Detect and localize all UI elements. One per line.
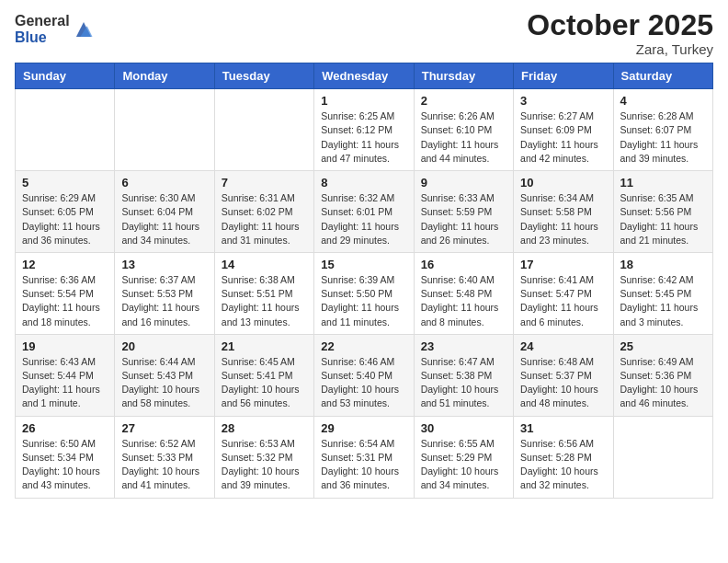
calendar-cell: 23Sunrise: 6:47 AM Sunset: 5:38 PM Dayli… bbox=[414, 334, 513, 416]
calendar-cell: 25Sunrise: 6:49 AM Sunset: 5:36 PM Dayli… bbox=[613, 334, 712, 416]
day-info: Sunrise: 6:27 AM Sunset: 6:09 PM Dayligh… bbox=[520, 109, 606, 166]
day-info: Sunrise: 6:29 AM Sunset: 6:05 PM Dayligh… bbox=[22, 191, 108, 247]
day-number: 16 bbox=[421, 258, 506, 271]
day-info: Sunrise: 6:53 AM Sunset: 5:32 PM Dayligh… bbox=[222, 437, 307, 493]
day-info: Sunrise: 6:47 AM Sunset: 5:38 PM Dayligh… bbox=[421, 355, 506, 411]
day-info: Sunrise: 6:43 AM Sunset: 5:44 PM Dayligh… bbox=[22, 355, 108, 411]
calendar-cell bbox=[613, 416, 712, 498]
calendar-cell: 26Sunrise: 6:50 AM Sunset: 5:34 PM Dayli… bbox=[16, 416, 115, 498]
calendar-cell: 5Sunrise: 6:29 AM Sunset: 6:05 PM Daylig… bbox=[16, 171, 115, 253]
location: Zara, Turkey bbox=[527, 41, 713, 57]
calendar-cell: 8Sunrise: 6:32 AM Sunset: 6:01 PM Daylig… bbox=[314, 171, 414, 253]
day-header-tuesday: Tuesday bbox=[214, 63, 313, 89]
day-info: Sunrise: 6:30 AM Sunset: 6:04 PM Dayligh… bbox=[121, 191, 207, 247]
calendar-week-row: 5Sunrise: 6:29 AM Sunset: 6:05 PM Daylig… bbox=[16, 171, 713, 253]
day-number: 15 bbox=[321, 258, 406, 271]
day-number: 6 bbox=[121, 176, 207, 190]
day-header-thursday: Thursday bbox=[414, 63, 513, 89]
day-info: Sunrise: 6:52 AM Sunset: 5:33 PM Dayligh… bbox=[121, 437, 207, 493]
day-number: 24 bbox=[520, 339, 606, 353]
calendar-cell: 30Sunrise: 6:55 AM Sunset: 5:29 PM Dayli… bbox=[414, 416, 513, 498]
calendar-cell: 28Sunrise: 6:53 AM Sunset: 5:32 PM Dayli… bbox=[214, 416, 313, 498]
calendar-cell: 29Sunrise: 6:54 AM Sunset: 5:31 PM Dayli… bbox=[314, 416, 414, 498]
day-info: Sunrise: 6:48 AM Sunset: 5:37 PM Dayligh… bbox=[520, 355, 606, 411]
day-info: Sunrise: 6:35 AM Sunset: 5:56 PM Dayligh… bbox=[620, 191, 706, 247]
title-area: October 2025 Zara, Turkey bbox=[527, 9, 713, 57]
day-info: Sunrise: 6:34 AM Sunset: 5:58 PM Dayligh… bbox=[520, 191, 606, 247]
calendar-cell: 4Sunrise: 6:28 AM Sunset: 6:07 PM Daylig… bbox=[613, 89, 712, 171]
day-number: 30 bbox=[421, 421, 506, 435]
calendar-cell: 6Sunrise: 6:30 AM Sunset: 6:04 PM Daylig… bbox=[115, 171, 214, 253]
day-info: Sunrise: 6:38 AM Sunset: 5:51 PM Dayligh… bbox=[222, 273, 307, 329]
day-number: 7 bbox=[222, 176, 307, 190]
calendar-cell: 12Sunrise: 6:36 AM Sunset: 5:54 PM Dayli… bbox=[16, 252, 115, 334]
calendar-cell: 18Sunrise: 6:42 AM Sunset: 5:45 PM Dayli… bbox=[613, 252, 712, 334]
calendar-cell: 3Sunrise: 6:27 AM Sunset: 6:09 PM Daylig… bbox=[514, 89, 613, 171]
day-info: Sunrise: 6:56 AM Sunset: 5:28 PM Dayligh… bbox=[520, 437, 606, 493]
day-info: Sunrise: 6:50 AM Sunset: 5:34 PM Dayligh… bbox=[22, 437, 108, 493]
day-info: Sunrise: 6:49 AM Sunset: 5:36 PM Dayligh… bbox=[620, 355, 706, 411]
day-info: Sunrise: 6:54 AM Sunset: 5:31 PM Dayligh… bbox=[321, 437, 406, 493]
calendar-cell: 1Sunrise: 6:25 AM Sunset: 6:12 PM Daylig… bbox=[314, 89, 414, 171]
calendar-week-row: 26Sunrise: 6:50 AM Sunset: 5:34 PM Dayli… bbox=[16, 416, 713, 498]
day-number: 14 bbox=[222, 258, 307, 271]
day-number: 11 bbox=[620, 176, 706, 190]
day-number: 8 bbox=[321, 176, 406, 190]
calendar-cell: 10Sunrise: 6:34 AM Sunset: 5:58 PM Dayli… bbox=[514, 171, 613, 253]
calendar-cell: 2Sunrise: 6:26 AM Sunset: 6:10 PM Daylig… bbox=[414, 89, 513, 171]
day-info: Sunrise: 6:36 AM Sunset: 5:54 PM Dayligh… bbox=[22, 273, 108, 329]
day-number: 20 bbox=[121, 339, 207, 353]
logo-icon bbox=[74, 19, 94, 40]
day-info: Sunrise: 6:28 AM Sunset: 6:07 PM Dayligh… bbox=[620, 109, 706, 166]
calendar-cell: 16Sunrise: 6:40 AM Sunset: 5:48 PM Dayli… bbox=[414, 252, 513, 334]
day-number: 18 bbox=[620, 258, 706, 271]
day-number: 9 bbox=[421, 176, 506, 190]
calendar-cell: 27Sunrise: 6:52 AM Sunset: 5:33 PM Dayli… bbox=[115, 416, 214, 498]
month-title: October 2025 bbox=[527, 9, 713, 41]
day-number: 13 bbox=[121, 258, 207, 271]
calendar-cell: 11Sunrise: 6:35 AM Sunset: 5:56 PM Dayli… bbox=[613, 171, 712, 253]
day-number: 29 bbox=[321, 421, 406, 435]
calendar-cell: 15Sunrise: 6:39 AM Sunset: 5:50 PM Dayli… bbox=[314, 252, 414, 334]
day-info: Sunrise: 6:26 AM Sunset: 6:10 PM Dayligh… bbox=[421, 109, 506, 166]
page: General Blue October 2025 Zara, Turkey S… bbox=[0, 0, 728, 563]
day-number: 28 bbox=[222, 421, 307, 435]
logo-text: General Blue bbox=[15, 13, 70, 45]
day-number: 10 bbox=[520, 176, 606, 190]
day-info: Sunrise: 6:39 AM Sunset: 5:50 PM Dayligh… bbox=[321, 273, 406, 329]
calendar-cell: 14Sunrise: 6:38 AM Sunset: 5:51 PM Dayli… bbox=[214, 252, 313, 334]
calendar-cell: 17Sunrise: 6:41 AM Sunset: 5:47 PM Dayli… bbox=[514, 252, 613, 334]
day-number: 25 bbox=[620, 339, 706, 353]
day-number: 27 bbox=[121, 421, 207, 435]
calendar-cell: 24Sunrise: 6:48 AM Sunset: 5:37 PM Dayli… bbox=[514, 334, 613, 416]
calendar-week-row: 19Sunrise: 6:43 AM Sunset: 5:44 PM Dayli… bbox=[16, 334, 713, 416]
calendar-week-row: 12Sunrise: 6:36 AM Sunset: 5:54 PM Dayli… bbox=[16, 252, 713, 334]
day-number: 12 bbox=[22, 258, 108, 271]
day-number: 1 bbox=[321, 94, 406, 108]
day-info: Sunrise: 6:37 AM Sunset: 5:53 PM Dayligh… bbox=[121, 273, 207, 329]
day-info: Sunrise: 6:31 AM Sunset: 6:02 PM Dayligh… bbox=[222, 191, 307, 247]
day-number: 26 bbox=[22, 421, 108, 435]
calendar-table: SundayMondayTuesdayWednesdayThursdayFrid… bbox=[15, 63, 713, 498]
calendar-cell: 19Sunrise: 6:43 AM Sunset: 5:44 PM Dayli… bbox=[16, 334, 115, 416]
day-info: Sunrise: 6:42 AM Sunset: 5:45 PM Dayligh… bbox=[620, 273, 706, 329]
header: General Blue October 2025 Zara, Turkey bbox=[15, 9, 713, 57]
calendar-cell bbox=[115, 89, 214, 171]
day-header-monday: Monday bbox=[115, 63, 214, 89]
logo: General Blue bbox=[15, 13, 94, 45]
day-number: 21 bbox=[222, 339, 307, 353]
day-info: Sunrise: 6:25 AM Sunset: 6:12 PM Dayligh… bbox=[321, 109, 406, 166]
day-info: Sunrise: 6:33 AM Sunset: 5:59 PM Dayligh… bbox=[421, 191, 506, 247]
day-header-wednesday: Wednesday bbox=[314, 63, 414, 89]
day-info: Sunrise: 6:45 AM Sunset: 5:41 PM Dayligh… bbox=[222, 355, 307, 411]
calendar-week-row: 1Sunrise: 6:25 AM Sunset: 6:12 PM Daylig… bbox=[16, 89, 713, 171]
calendar-cell: 21Sunrise: 6:45 AM Sunset: 5:41 PM Dayli… bbox=[214, 334, 313, 416]
day-number: 19 bbox=[22, 339, 108, 353]
calendar-cell: 31Sunrise: 6:56 AM Sunset: 5:28 PM Dayli… bbox=[514, 416, 613, 498]
day-header-friday: Friday bbox=[514, 63, 613, 89]
day-number: 5 bbox=[22, 176, 108, 190]
calendar-cell: 7Sunrise: 6:31 AM Sunset: 6:02 PM Daylig… bbox=[214, 171, 313, 253]
calendar-cell: 20Sunrise: 6:44 AM Sunset: 5:43 PM Dayli… bbox=[115, 334, 214, 416]
day-info: Sunrise: 6:46 AM Sunset: 5:40 PM Dayligh… bbox=[321, 355, 406, 411]
calendar-cell bbox=[16, 89, 115, 171]
